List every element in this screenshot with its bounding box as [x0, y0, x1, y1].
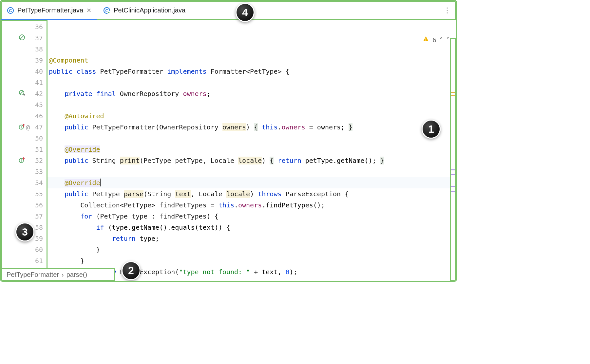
tab-pettypeformatter-java[interactable]: CPetTypeFormatter.java✕ [1, 1, 97, 20]
gutter-row[interactable]: 57 [1, 211, 48, 222]
next-highlight-button[interactable]: ˅ [446, 34, 449, 46]
line-number: 55 [32, 190, 44, 198]
gutter-row[interactable]: 37 [1, 32, 48, 44]
code-area[interactable]: 6 ˄ ˅ @Componentpublic class PetTypeForm… [48, 20, 456, 281]
text-caret [100, 179, 101, 186]
callout-3: 3 [15, 222, 34, 241]
gutter-row[interactable]: 36 [1, 21, 48, 32]
gutter-row[interactable]: 55 [1, 188, 48, 200]
code-line[interactable] [48, 166, 456, 177]
tab-bar: CPetTypeFormatter.java✕CPetClinicApplica… [1, 1, 456, 20]
line-number: 61 [32, 257, 44, 265]
code-line[interactable]: @Override [48, 177, 456, 188]
code-line[interactable] [48, 77, 456, 88]
tab-label: PetTypeFormatter.java [17, 7, 83, 14]
at-icon[interactable]: @ [26, 123, 30, 131]
code-line[interactable]: public PetTypeFormatter(OwnerRepository … [48, 122, 456, 133]
line-number: 45 [32, 101, 44, 109]
gutter-row[interactable]: 61 [1, 255, 48, 266]
stripe-mark[interactable] [451, 169, 455, 170]
code-line[interactable]: public PetType parse(String text, Locale… [48, 188, 456, 200]
gutter-row[interactable]: 47❯I@ [1, 122, 48, 133]
stripe-mark[interactable] [451, 92, 455, 93]
code-line[interactable]: } [48, 244, 456, 255]
breadcrumb-separator-icon: › [62, 271, 64, 278]
line-number: 57 [32, 212, 44, 220]
line-number: 38 [32, 45, 44, 53]
line-number: 52 [32, 157, 44, 164]
code-line[interactable]: @Autowired [48, 110, 456, 122]
code-line[interactable]: if (type.getName().equals(text)) { [48, 222, 456, 233]
gutter-row[interactable]: 39 [1, 55, 48, 66]
gutter-icons: I@ [19, 123, 30, 131]
svg-text:I: I [21, 125, 22, 129]
gutter-row[interactable]: 40 [1, 66, 48, 77]
svg-text:I: I [21, 159, 22, 162]
code-line[interactable]: public class PetTypeFormatter implements… [48, 66, 456, 77]
code-line[interactable]: Collection<PetType> findPetTypes = this.… [48, 200, 456, 211]
gutter-row[interactable]: 41 [1, 77, 48, 88]
line-number: 51 [32, 145, 44, 153]
gutter-row[interactable]: 54 [1, 177, 48, 188]
gutter-row[interactable]: 42❯ [1, 88, 48, 99]
stripe-mark[interactable] [451, 186, 455, 187]
line-number: 41 [32, 79, 44, 86]
breadcrumb-method[interactable]: parse() [67, 271, 87, 278]
code-line[interactable]: for (PetType type : findPetTypes) { [48, 211, 456, 222]
impl-up-icon[interactable]: I [19, 123, 25, 131]
gutter-row[interactable]: 38 [1, 44, 48, 55]
no-symbol-icon[interactable] [19, 34, 25, 42]
line-number: 36 [32, 23, 44, 31]
close-tab-button[interactable]: ✕ [86, 7, 91, 14]
code-line[interactable]: public String print(PetType petType, Loc… [48, 155, 456, 166]
line-number: 42 [32, 90, 44, 98]
editor-window: CPetTypeFormatter.java✕CPetClinicApplica… [0, 0, 457, 282]
tabbar-more-button[interactable]: ⋮ [438, 6, 456, 15]
code-line[interactable]: @Override [48, 144, 456, 155]
tab-label: PetClinicApplication.java [114, 7, 185, 14]
error-stripe[interactable] [450, 38, 456, 281]
callout-1: 1 [422, 120, 441, 139]
prev-highlight-button[interactable]: ˄ [440, 34, 443, 46]
editor-main: 36373839404142❯454647❯I@505152I535455565… [1, 20, 456, 281]
run-class-icon: C [103, 7, 110, 14]
stripe-mark[interactable] [451, 174, 455, 175]
gutter-row[interactable]: 46 [1, 110, 48, 122]
line-number: 60 [32, 246, 44, 254]
warning-count: 6 [432, 34, 436, 46]
stripe-mark[interactable] [451, 191, 455, 192]
impl-up-icon[interactable]: I [19, 157, 25, 165]
breadcrumb-bar[interactable]: PetTypeFormatter › parse() [1, 268, 115, 281]
code-line[interactable] [48, 133, 456, 144]
svg-rect-13 [426, 38, 426, 40]
breadcrumb-class[interactable]: PetTypeFormatter [7, 271, 59, 278]
line-number: 56 [32, 201, 44, 209]
tab-petclinicapplication-java[interactable]: CPetClinicApplication.java [97, 1, 191, 20]
code-line[interactable]: return type; [48, 233, 456, 244]
stripe-mark[interactable] [451, 95, 455, 96]
gutter-row[interactable]: 53 [1, 166, 48, 177]
line-number: 39 [32, 56, 44, 64]
no-symbol-arrow-icon[interactable] [19, 90, 25, 98]
gutter-row[interactable]: 51 [1, 144, 48, 155]
callout-4: 4 [236, 3, 255, 22]
gutter-row[interactable]: 50 [1, 133, 48, 144]
line-number: 53 [32, 168, 44, 176]
line-number: 54 [32, 179, 44, 187]
gutter-icons [19, 90, 25, 98]
gutter-row[interactable]: 52I [1, 155, 48, 166]
gutter-icons: I [19, 157, 25, 165]
code-line[interactable]: } [48, 255, 456, 266]
gutter[interactable]: 36373839404142❯454647❯I@505152I535455565… [1, 20, 48, 281]
gutter-row[interactable]: 45 [1, 99, 48, 110]
line-number: 46 [32, 112, 44, 120]
code-line[interactable] [48, 99, 456, 110]
inspection-widget[interactable]: 6 ˄ ˅ [383, 23, 449, 57]
line-number: 40 [32, 67, 44, 75]
svg-line-6 [20, 35, 24, 39]
code-line[interactable]: private final OwnerRepository owners; [48, 88, 456, 99]
gutter-icons [19, 34, 25, 42]
gutter-row[interactable]: 56 [1, 200, 48, 211]
warning-icon [383, 23, 429, 57]
gutter-row[interactable]: 60 [1, 244, 48, 255]
